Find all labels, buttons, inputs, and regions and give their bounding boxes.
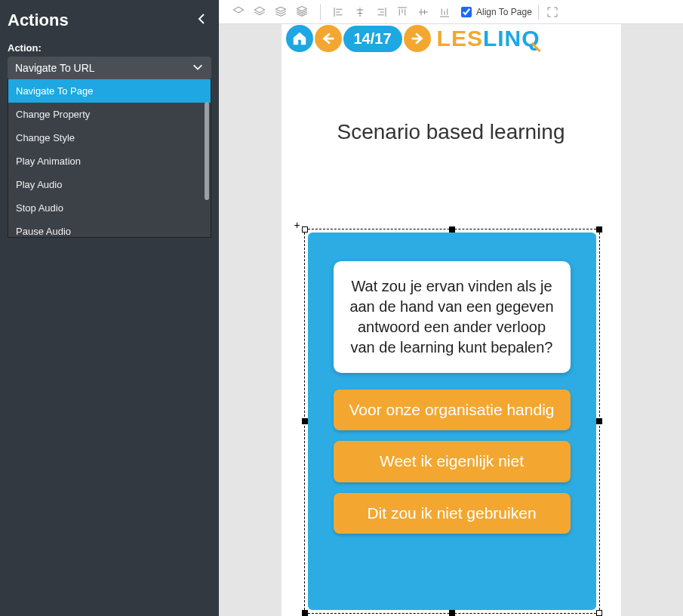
action-field-label: Action: [0,38,219,57]
selection-box[interactable]: + Wat zou je ervan vinden als je aan de … [304,229,600,614]
dropdown-item-play-audio[interactable]: Play Audio [8,173,211,196]
align-top-icon[interactable] [395,5,410,20]
page-counter: 14/17 [343,26,402,52]
collapse-sidebar-icon[interactable] [195,9,208,32]
next-page-button[interactable] [404,25,431,52]
layer-icon-4[interactable] [294,5,309,20]
align-bottom-icon[interactable] [437,5,452,20]
logo-part-2: LIN [483,26,521,51]
answer-button-1[interactable]: Voor onze organisatie handig [334,390,571,430]
toolbar-separator-2 [538,5,539,20]
resize-handle-tm[interactable] [449,226,455,233]
dropdown-scrollbar[interactable] [205,102,209,200]
layer-icon-3[interactable] [273,5,288,20]
nav-strip: 14/17 LESLINQ [282,24,621,52]
toolbar-separator [320,5,321,20]
actions-sidebar: Actions Action: Navigate To URL Navigate… [0,0,219,616]
sidebar-header: Actions [0,0,219,38]
align-center-h-icon[interactable] [352,5,368,20]
answer-button-3[interactable]: Dit zou ik niet gebruiken [334,493,571,534]
align-center-v-icon[interactable] [416,5,431,20]
resize-handle-br[interactable] [596,610,602,616]
page-title: Scenario based learning [282,120,621,144]
answers: Voor onze organisatie handig Weet ik eig… [334,390,571,534]
dropdown-item-stop-audio[interactable]: Stop Audio [8,196,211,220]
align-to-page-input[interactable] [461,7,472,17]
action-select[interactable]: Navigate To URL [8,57,211,79]
align-to-page-checkbox[interactable]: Align To Page [461,7,532,17]
main-area: Align To Page 14/17 LESLINQ S [219,0,683,616]
resize-handle-bl[interactable] [302,610,308,616]
dropdown-item-change-style[interactable]: Change Style [8,126,211,149]
leslinq-logo: LESLINQ [437,26,540,51]
scenario-card: Wat zou je ervan vinden als je aan de ha… [308,233,596,610]
sidebar-title: Actions [8,11,69,30]
home-button[interactable] [286,25,313,52]
action-dropdown: Navigate To Page Change Property Change … [8,79,211,238]
page: 14/17 LESLINQ Scenario based learning + [282,24,621,616]
chevron-down-icon [192,62,204,74]
prev-page-button[interactable] [315,25,342,52]
canvas[interactable]: 14/17 LESLINQ Scenario based learning + [219,24,683,616]
resize-handle-tl[interactable] [302,226,308,233]
layer-icon-2[interactable] [252,5,267,20]
logo-q: Q [521,26,540,51]
toolbar: Align To Page [219,0,683,24]
layer-icon-1[interactable] [231,5,246,20]
dropdown-item-change-property[interactable]: Change Property [8,103,211,126]
answer-button-2[interactable]: Weet ik eigenlijk niet [334,441,571,482]
dropdown-item-navigate-to-page[interactable]: Navigate To Page [8,79,211,103]
resize-handle-mr[interactable] [596,418,602,424]
action-select-value: Navigate To URL [15,62,95,74]
resize-handle-bm[interactable] [449,610,455,616]
align-right-icon[interactable] [374,5,389,20]
dropdown-item-play-animation[interactable]: Play Animation [8,149,211,173]
dropdown-item-pause-audio[interactable]: Pause Audio [8,220,211,238]
expand-icon[interactable] [545,5,560,20]
align-to-page-label: Align To Page [476,7,532,17]
align-left-icon[interactable] [331,5,346,20]
logo-part-1: LES [437,26,483,51]
selection-add-icon[interactable]: + [294,219,300,231]
resize-handle-ml[interactable] [302,418,308,424]
resize-handle-tr[interactable] [596,226,602,233]
question-bubble: Wat zou je ervan vinden als je aan de ha… [334,261,571,373]
